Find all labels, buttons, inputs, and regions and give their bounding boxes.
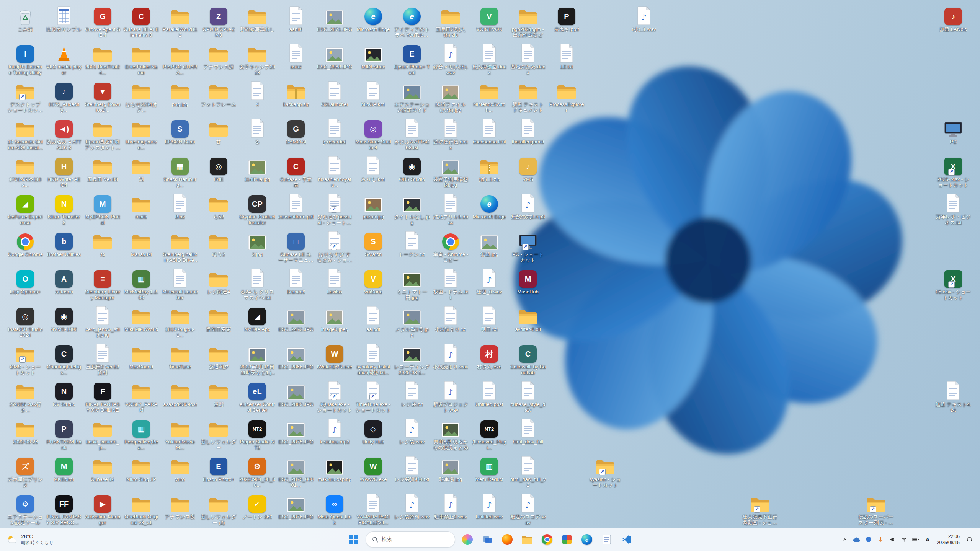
clock[interactable]: 22:06 2025/08/15	[934, 533, 963, 546]
desktop-icon[interactable]: ProcessExplorer	[548, 79, 585, 114]
desktop-icon[interactable]: EEpson Photo+ Tool	[394, 41, 430, 77]
desktop-icon[interactable]: 1148%a.jpg	[239, 154, 276, 183]
desktop-icon[interactable]: ♪Untitled.wav	[471, 491, 508, 520]
desktop-icon[interactable]: 板垣 - ドラム.txt	[432, 266, 469, 302]
desktop-icon[interactable]: ◇Unity Hub	[355, 416, 392, 445]
desktop-icon[interactable]: hisashiennoyatu...	[316, 154, 353, 189]
desktop-icon[interactable]: 新しいフォルダー	[200, 416, 237, 452]
desktop-icon[interactable]: ▦MixMeiBay 1.2.00	[123, 266, 160, 302]
show-desktop-button[interactable]	[976, 528, 978, 551]
desktop-icon[interactable]: Nikto Sing JP	[123, 454, 160, 483]
tray-onedrive-icon[interactable]	[851, 534, 862, 545]
desktop-icon[interactable]: TimeTune	[162, 341, 198, 370]
desktop-icon[interactable]: 明日.txt	[471, 304, 508, 333]
desktop-icon[interactable]: ら52	[200, 191, 237, 220]
desktop-icon[interactable]: NintendoSwitch...	[471, 79, 508, 114]
desktop-icon[interactable]: NT2Piapro Studio NT2	[239, 416, 276, 452]
desktop-icon[interactable]: ♪無数の式2.mp3	[510, 191, 546, 220]
desktop-icon[interactable]: FFFINAL FANTASY XIV BENCHMARK	[46, 491, 82, 527]
desktop-icon[interactable]: ▥Mem Reduct	[471, 454, 508, 483]
desktop-icon[interactable]: VOSLY_PARAM	[123, 379, 160, 414]
desktop-icon[interactable]: X	[239, 79, 276, 108]
desktop-icon[interactable]: メダル型1号.jpg	[394, 304, 430, 339]
desktop-icon[interactable]: WWWWC.exe	[355, 454, 392, 483]
desktop-icon[interactable]: asisz	[278, 41, 314, 70]
desktop-icon[interactable]: 最新	[200, 379, 237, 408]
desktop-icon[interactable]: ParallelWorld112	[162, 4, 198, 39]
desktop-icon[interactable]: 結婚プリル8.docx	[432, 191, 469, 227]
desktop-icon[interactable]: 幸奏 - Chrome - コピー	[432, 229, 469, 264]
weather-widget[interactable]: 28°C 晴れ時々くもり	[3, 532, 57, 548]
desktop-icon[interactable]: EnterFolderName	[123, 41, 160, 77]
ime-mode-indicator[interactable]: A	[923, 536, 933, 543]
desktop-icon[interactable]: ▦Perspective(Bea...	[123, 416, 160, 452]
desktop-icon[interactable]: レコーディング 2025-03-1...	[394, 341, 430, 377]
desktop-icon[interactable]: 2023年2月19日 11時夜など1.jpg	[239, 341, 276, 377]
desktop-icon[interactable]: アナウンス課	[200, 41, 237, 70]
desktop-icon[interactable]: MIDI-Abox	[355, 41, 392, 70]
desktop-icon[interactable]: Masayuki	[123, 229, 160, 258]
desktop-icon[interactable]: Untitled.ppsf	[471, 379, 508, 408]
taskbar-app-edge[interactable]: e	[578, 531, 595, 548]
desktop-icon[interactable]: Branco6	[278, 266, 314, 295]
desktop-icon[interactable]: GGAMO AI	[278, 116, 314, 145]
desktop-icon[interactable]: トークン.txt	[394, 229, 430, 258]
desktop-icon[interactable]: iIntel(R) Extreme Tuning Utility	[7, 41, 44, 77]
desktop-icon[interactable]: png.jpg	[162, 79, 198, 108]
desktop-icon[interactable]: yuto	[162, 454, 198, 483]
desktop-icon[interactable]: ⚙エアステーション設定ツール	[7, 491, 44, 527]
desktop-icon[interactable]: Google Chrome	[7, 229, 44, 258]
desktop-icon[interactable]: る	[239, 116, 276, 145]
desktop-icon[interactable]: html_daw_full	[510, 416, 546, 445]
desktop-icon[interactable]: レジ袋.txt	[394, 379, 430, 408]
desktop-icon[interactable]: ↗伝説のスーパースター列伝 - ショートカット	[858, 491, 894, 527]
desktop-icon[interactable]: MioGA.kml	[355, 79, 392, 108]
desktop-icon[interactable]: 議決儀行儀.docx	[432, 116, 469, 152]
desktop-icon[interactable]: 新しいフォルダー (2)	[200, 491, 237, 527]
desktop-icon[interactable]: VVOICEVOX	[471, 4, 508, 33]
tray-speaker-icon[interactable]	[887, 534, 898, 545]
desktop-icon[interactable]: ⚙20220904_08_08...	[239, 454, 276, 489]
desktop-icon[interactable]: NNikon Transfer 2	[46, 191, 82, 227]
taskbar-app-chrome[interactable]	[539, 531, 555, 548]
desktop-icon[interactable]: ▼Steinberg Download...	[84, 79, 121, 114]
desktop-icon[interactable]: CCakewalk by BandLab	[510, 341, 546, 377]
desktop-icon[interactable]: ♪駐車禁止2.wav	[432, 491, 469, 520]
desktop-icon[interactable]: ESC_2868.JPG	[316, 41, 353, 70]
desktop-icon[interactable]: 新規 テキスト ドキュメント	[510, 79, 546, 114]
desktop-icon[interactable]: Steinberg hallix in ASIO Driver 1.83	[162, 229, 198, 264]
desktop-icon[interactable]: SScratch	[355, 229, 392, 258]
desktop-icon[interactable]: CChantingIntelligs...	[46, 341, 82, 377]
desktop-icon[interactable]: dsadsaasa.kml	[471, 116, 508, 145]
desktop-icon[interactable]: CPCrypton Product Installer	[239, 191, 276, 227]
desktop-icon[interactable]: pazun.jpg	[355, 191, 392, 220]
taskbar-app-copilot[interactable]	[459, 531, 476, 548]
desktop-icon[interactable]: ♪レジ袋資料.wav	[394, 491, 430, 520]
desktop-icon[interactable]: ◄)読み込み 4 ATTACK 3	[46, 116, 82, 152]
desktop-icon[interactable]: 2.jpg	[239, 229, 276, 258]
desktop-icon[interactable]: レジ関連4	[200, 266, 237, 295]
desktop-icon[interactable]: アナウンス夜	[162, 491, 198, 520]
desktop-icon[interactable]: ESC_2876.JPG	[278, 491, 314, 520]
desktop-icon[interactable]: 営業日変更	[200, 304, 237, 333]
desktop-icon[interactable]: Epson直感印刷アシスタント～あ	[84, 116, 121, 152]
desktop-icon[interactable]: X↗05.xlsx - ショートカット	[935, 266, 972, 302]
desktop-icon[interactable]: g-recorded	[316, 116, 353, 145]
desktop-icon[interactable]: eMicrosoft Edge	[471, 191, 508, 220]
desktop-icon[interactable]: 無題 テキスト4.txt	[935, 379, 972, 414]
desktop-icon[interactable]: thetallengamid	[510, 116, 546, 145]
desktop-icon[interactable]: SEPSON Scan	[162, 116, 198, 145]
desktop-icon[interactable]: 比較表サンプル	[46, 4, 82, 33]
desktop-icon[interactable]: ▶Activation Manager	[84, 491, 121, 527]
desktop-icon[interactable]: MMuseHub	[510, 266, 546, 295]
desktop-icon[interactable]: ◎MassStore-Studio 4	[355, 116, 392, 152]
desktop-icon[interactable]: ◢NVIDIA App	[239, 304, 276, 333]
desktop-icon[interactable]: html_daw_full_v2	[510, 454, 546, 489]
taskbar-app-vscode[interactable]	[618, 531, 635, 548]
desktop-icon[interactable]: ↗無人販売不正行為動画 - ショートカット	[742, 491, 778, 527]
desktop-icon[interactable]: ∞Meta Quest Link	[316, 491, 353, 527]
desktop-icon[interactable]: ほう2	[200, 229, 237, 258]
desktop-icon[interactable]: 女子キャンプ2018	[239, 41, 276, 77]
search-box[interactable]: 検索	[366, 531, 455, 548]
desktop-icon[interactable]: aa.pdf	[355, 304, 392, 333]
